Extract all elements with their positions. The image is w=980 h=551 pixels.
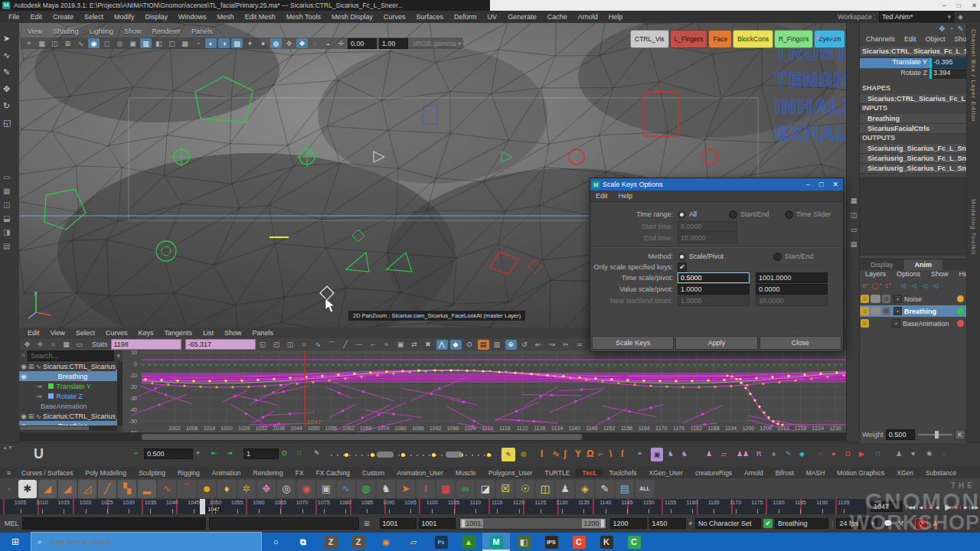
animation-end-field[interactable]	[649, 518, 686, 529]
screen-space-ao-icon[interactable]: ◍	[270, 38, 282, 48]
clapperboard-icon[interactable]: ◪	[476, 480, 495, 498]
shadows-icon[interactable]: ●	[257, 38, 269, 48]
tangent-preset-1-icon[interactable]: ◢	[38, 480, 57, 498]
tangent-asis-icon[interactable]: ▂	[138, 480, 156, 498]
go-to-end-button[interactable]: ▶▶❘	[972, 500, 980, 513]
ips-app-icon[interactable]: IPS	[537, 533, 565, 551]
gate-mask-icon[interactable]: ▩	[179, 38, 191, 48]
layer-key-dot-icon[interactable]: •	[892, 319, 900, 328]
pink-person-icon[interactable]: ♟	[706, 450, 712, 458]
gray-person-icon[interactable]: ♟	[896, 450, 902, 458]
viewport-menu-view[interactable]: View	[22, 28, 47, 35]
playback-start-field[interactable]	[419, 518, 456, 529]
character-b-icon[interactable]: ♞	[681, 450, 688, 458]
camera-lock-icon[interactable]: ▣	[127, 38, 139, 48]
person-circle-icon[interactable]: ☉	[516, 480, 534, 498]
layout-persp-outliner-icon[interactable]: ◫	[3, 201, 10, 209]
flat-tangent-icon[interactable]: —	[354, 340, 365, 350]
camera-select-icon[interactable]: ◫	[536, 480, 554, 498]
graph-menu-keys[interactable]: Keys	[132, 329, 158, 337]
layer-menu-show[interactable]: Show	[926, 270, 954, 280]
tangent-preset-2-icon[interactable]: ◢	[58, 480, 77, 498]
teal-diamond-icon[interactable]: ◆	[799, 450, 805, 458]
shield-icon[interactable]: ◈	[576, 480, 594, 498]
playback-end-field[interactable]	[610, 518, 647, 529]
anim-layer-row[interactable]: ⚿⊘•Noise	[860, 293, 967, 305]
exposure-field[interactable]: 0.00	[348, 38, 377, 49]
graph-search-input[interactable]	[28, 350, 114, 361]
panel-grid-icon[interactable]: ▦	[849, 195, 858, 205]
apply-button[interactable]: Apply	[675, 336, 757, 350]
zero-key-icon[interactable]: ◁	[901, 282, 906, 289]
film-frames-icon[interactable]: ▦	[436, 480, 455, 498]
frame-playback-icon[interactable]: ◰	[271, 340, 283, 350]
menu-windows[interactable]: Windows	[173, 13, 212, 21]
select-by-component-icon[interactable]: ◫	[49, 38, 60, 48]
tab-anim[interactable]: Anim	[904, 259, 943, 270]
panel-single-icon[interactable]: ▭	[849, 224, 858, 234]
tab-modeling-toolkit[interactable]: Modeling Toolkit	[970, 199, 977, 255]
tween-machine-icon[interactable]: ✲	[237, 480, 256, 498]
shelf-button-l_fingers[interactable]: L_Fingers	[670, 30, 708, 48]
tangent-type-icon[interactable]: ʃ	[564, 448, 567, 459]
key-icon[interactable]: ♦	[217, 480, 236, 498]
graph-curve-canvas[interactable]: 1002100810141020102610321038104410501056…	[122, 350, 846, 432]
channel-node-item[interactable]: Breathing	[860, 114, 975, 124]
start-button[interactable]: ⊞	[0, 533, 31, 551]
clamped-tangent-icon[interactable]: ⌒	[326, 340, 338, 350]
graph-add-key-icon[interactable]: ⌗	[47, 340, 59, 350]
shelf-tab-arnold[interactable]: Arnold	[738, 469, 769, 477]
krita-icon[interactable]: K	[593, 533, 620, 551]
zero-weight-icon[interactable]: ◁	[912, 282, 916, 289]
cube-icon[interactable]: ▣	[317, 480, 335, 498]
graph-insert-key-icon[interactable]: ✛	[34, 340, 46, 350]
shelf-tab-polygons-user[interactable]: Polygons_User	[482, 469, 539, 477]
grid-toggle-icon[interactable]: ▥	[140, 38, 152, 48]
break-tangent-icon[interactable]: ✖	[423, 340, 434, 350]
create-empty-layer-icon[interactable]: 0⁺	[862, 282, 869, 289]
search-input[interactable]	[48, 537, 220, 546]
graph-menu-select[interactable]: Select	[70, 329, 100, 337]
shelf-tab-motion-graphics[interactable]: Motion Graphics	[831, 469, 890, 477]
paint-select-tool-icon[interactable]: ✎	[3, 67, 10, 77]
move-tool-icon[interactable]: ✥	[3, 84, 10, 94]
create-layer-from-selection-icon[interactable]: ◯⁺	[872, 282, 882, 289]
channel-object-name[interactable]: Sicarius:CTRL_Sicarius_Fc_L_Sneer...	[860, 47, 969, 57]
mel-label[interactable]: MEL	[5, 520, 19, 527]
outliner-row[interactable]: ⇥Translate Y	[19, 381, 117, 391]
unify-tangent-icon[interactable]: ⋀	[436, 340, 448, 350]
tangent-stepped-icon[interactable]: ▚	[118, 480, 136, 498]
key-layer-button[interactable]: K	[955, 429, 965, 440]
pen-icon[interactable]: ✎	[314, 449, 320, 457]
zbrush-icon[interactable]: Z	[317, 533, 345, 551]
channel-attribute-row[interactable]: Rotate Z3.394	[860, 69, 967, 79]
make-live-icon[interactable]: ◎	[114, 38, 126, 48]
world-globe-icon[interactable]: ◍	[521, 450, 527, 458]
graph-lattice-icon[interactable]: ▦	[60, 340, 72, 350]
tangent-type-icon[interactable]: ⌐	[598, 448, 603, 459]
open-folder-icon[interactable]: ▱	[796, 32, 808, 42]
play-forward-button[interactable]: ▶	[942, 500, 954, 513]
value-pivot-field[interactable]	[756, 284, 828, 295]
channel-node-item[interactable]: Sicariusrig_Sicarius_Fc_L_Sneer_Trans...	[860, 144, 975, 154]
arc-tracker-icon[interactable]: ⌒	[178, 480, 196, 498]
key-tick-strip[interactable]	[331, 453, 495, 458]
anim-prefs-character-icon[interactable]: ♟	[929, 519, 941, 529]
paint-brush-icon[interactable]: ✎	[596, 480, 614, 498]
layer-menu-layers[interactable]: Layers	[860, 270, 891, 280]
viewport-menu-panels[interactable]: Panels	[186, 28, 218, 35]
shelf-tab-poly-modeling[interactable]: Poly Modeling	[80, 469, 132, 477]
lighting-icon[interactable]: ✦	[244, 38, 256, 48]
menu-edit[interactable]: Edit	[25, 13, 48, 21]
layer-lock-icon[interactable]: ⚿	[861, 307, 869, 315]
time-range-timeslider-radio[interactable]	[785, 210, 793, 219]
menu-uv[interactable]: UV	[482, 13, 503, 21]
tangent-type-icon[interactable]: ſ	[621, 448, 623, 459]
shelf-tab-muscle[interactable]: Muscle	[449, 469, 482, 477]
graph-menu-panels[interactable]: Panels	[247, 329, 279, 337]
graph-menu-curves[interactable]: Curves	[100, 329, 133, 337]
celtx-icon[interactable]: C	[620, 533, 648, 551]
menu-modify[interactable]: Modify	[109, 13, 140, 21]
channel-edit-pencil-icon[interactable]: ✎	[958, 24, 964, 33]
red-triangle-icon[interactable]: ▶	[859, 450, 864, 458]
